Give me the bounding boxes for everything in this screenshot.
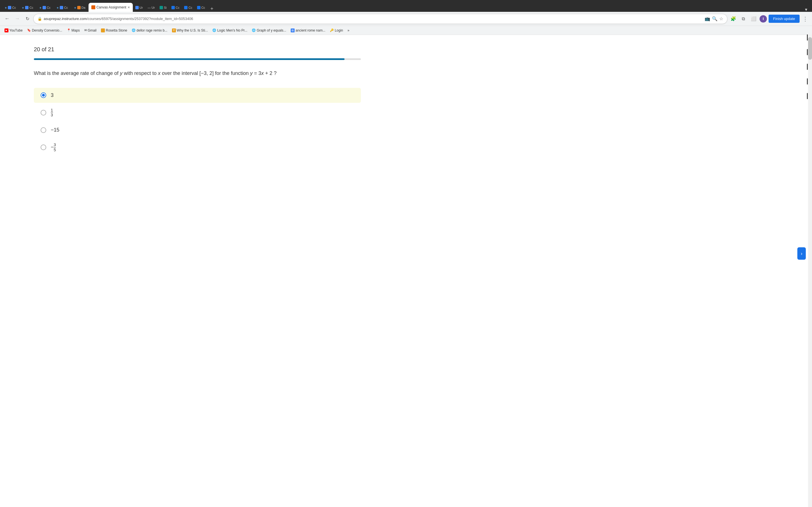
- extension-button[interactable]: 🧩: [729, 15, 738, 23]
- nav-bar: ← → ↻ 🔒 asuprepaz.instructure.com/course…: [0, 12, 812, 26]
- radio-2[interactable]: [41, 110, 46, 115]
- url-path: /courses/65975/assignments/2537392?modul…: [87, 17, 193, 21]
- tab-1[interactable]: ★ Cc: [2, 3, 18, 12]
- screen-cast-icon[interactable]: 📺: [705, 16, 710, 21]
- page-content: 20 of 21 What is the average rate of cha…: [0, 35, 384, 168]
- search-icon[interactable]: 🔍: [712, 16, 718, 21]
- answer-label-4: − 3 5: [51, 143, 56, 152]
- bookmark-more[interactable]: »: [345, 27, 352, 33]
- bookmark-graph[interactable]: 🌐 Graph of y equals...: [250, 27, 289, 33]
- tab-bar: ★ Cc ★ Cc ★ Cc ★ Cc ★ Da Canvas Assignme…: [0, 0, 812, 12]
- progress-bar-container: [34, 58, 361, 60]
- bookmark-login[interactable]: 🔑 Login: [327, 27, 345, 33]
- more-options-icon[interactable]: ⋮: [801, 15, 809, 22]
- tab-8[interactable]: — Ur: [146, 3, 157, 12]
- finish-update-button[interactable]: Finish update: [769, 15, 800, 23]
- address-bar[interactable]: 🔒 asuprepaz.instructure.com/courses/6597…: [33, 14, 727, 24]
- bookmark-rosetta[interactable]: Rosetta Stone: [99, 27, 130, 33]
- answer-option-3[interactable]: −15: [34, 122, 361, 137]
- radio-3[interactable]: [41, 127, 46, 133]
- bookmark-icon[interactable]: ☆: [719, 16, 723, 21]
- new-tab-button[interactable]: +: [207, 6, 216, 12]
- answer-option-4[interactable]: − 3 5: [34, 138, 361, 157]
- progress-bar-fill: [34, 58, 345, 60]
- browser-chrome: ★ Cc ★ Cc ★ Cc ★ Cc ★ Da Canvas Assignme…: [0, 0, 812, 35]
- tab-12[interactable]: Cc: [195, 3, 207, 12]
- bookmark-logic[interactable]: 🌐 Logic Men's No Pr...: [210, 27, 250, 33]
- answer-label-2: 1 3: [51, 108, 53, 118]
- reload-button[interactable]: ↻: [23, 15, 32, 23]
- tab-active[interactable]: Canvas Assignment ✕: [89, 3, 133, 12]
- tab-groups-button[interactable]: ⧉: [739, 15, 748, 23]
- tab-7[interactable]: Ur: [133, 3, 145, 12]
- bookmark-youtube[interactable]: ▶ YouTube: [2, 27, 25, 33]
- tab-4[interactable]: ★ Cc: [54, 3, 70, 12]
- scrollbar-track[interactable]: [808, 34, 812, 168]
- question-counter: 20 of 21: [34, 46, 361, 53]
- answer-label-3: −15: [51, 127, 59, 133]
- bookmark-density[interactable]: 🔖 Density Conversio...: [25, 27, 64, 33]
- tab-3[interactable]: ★ Cc: [36, 3, 53, 12]
- tab-11[interactable]: Cc: [182, 3, 194, 12]
- bookmark-dellor[interactable]: 🌐 dellor rage remix b...: [130, 27, 169, 33]
- tab-5[interactable]: ★ Da: [71, 3, 88, 12]
- tab-search-button[interactable]: ▼: [802, 7, 810, 12]
- answer-option-1[interactable]: 3: [34, 88, 361, 103]
- scrollbar-thumb[interactable]: [808, 37, 812, 60]
- tab-10[interactable]: Cc: [169, 3, 182, 12]
- tab-9[interactable]: Si: [157, 3, 169, 12]
- sidebar-button[interactable]: ⬜: [749, 15, 758, 23]
- radio-1[interactable]: [41, 93, 46, 98]
- bookmarks-bar: ▶ YouTube 🔖 Density Conversio... 📍 Maps …: [0, 26, 812, 35]
- site-info-icon: 🔒: [38, 17, 42, 21]
- answer-label-1: 3: [51, 93, 54, 98]
- question-text: What is the average rate of change of y …: [34, 69, 361, 78]
- back-button[interactable]: ←: [3, 15, 11, 23]
- url-domain: asuprepaz.instructure.com: [44, 17, 87, 21]
- bookmark-maps[interactable]: 📍 Maps: [64, 27, 82, 33]
- forward-button[interactable]: →: [13, 15, 21, 23]
- tab-2[interactable]: ★ Cc: [19, 3, 36, 12]
- answer-options: 3 1 3 −15: [34, 88, 361, 157]
- url-display: asuprepaz.instructure.com/courses/65975/…: [44, 17, 703, 21]
- active-tab-close[interactable]: ✕: [128, 6, 130, 9]
- radio-4[interactable]: [41, 145, 46, 150]
- answer-option-2[interactable]: 1 3: [34, 103, 361, 122]
- bookmark-why-us[interactable]: T Why the U.S. Is Sti...: [170, 27, 210, 33]
- bookmark-rome[interactable]: G ancient rome nam...: [289, 27, 327, 33]
- bookmark-gmail[interactable]: ✉ Gmail: [82, 27, 99, 33]
- profile-circle[interactable]: I: [760, 15, 767, 22]
